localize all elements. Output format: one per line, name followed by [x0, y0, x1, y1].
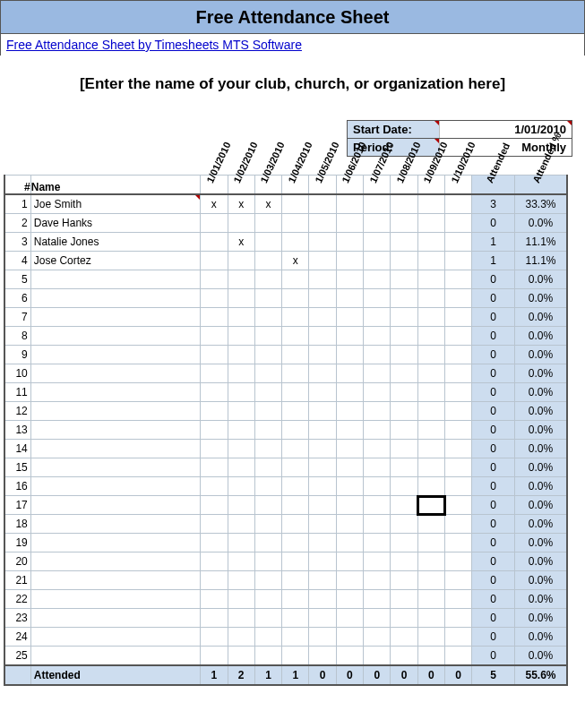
- table-row[interactable]: 1400.0%: [4, 440, 567, 458]
- attendance-cell[interactable]: [201, 252, 228, 270]
- attendance-cell[interactable]: [254, 496, 281, 515]
- attendance-cell[interactable]: [364, 308, 391, 327]
- attendance-cell[interactable]: [445, 402, 472, 421]
- attendance-cell[interactable]: [445, 214, 472, 233]
- attendance-cell[interactable]: [391, 364, 417, 383]
- attendance-cell[interactable]: [391, 458, 417, 477]
- attendance-cell[interactable]: [201, 327, 228, 346]
- attendance-cell[interactable]: [201, 515, 228, 534]
- attendance-cell[interactable]: [228, 477, 254, 496]
- attendance-cell[interactable]: [336, 552, 363, 571]
- attendance-cell[interactable]: [228, 346, 254, 364]
- software-link[interactable]: Free Attendance Sheet by Timesheets MTS …: [6, 38, 302, 52]
- attendance-cell[interactable]: [201, 647, 228, 666]
- attendance-cell[interactable]: [282, 458, 309, 477]
- attendance-table[interactable]: # Name 1/01/2010 1/02/2010 1/03/2010 1/0…: [4, 175, 568, 686]
- attendance-cell[interactable]: [282, 421, 309, 440]
- attendance-cell[interactable]: [228, 571, 254, 590]
- attendance-cell[interactable]: [391, 647, 417, 666]
- attendance-cell[interactable]: [254, 534, 281, 552]
- attendance-cell[interactable]: [201, 534, 228, 552]
- attendance-cell[interactable]: [417, 477, 444, 496]
- attendance-cell[interactable]: [445, 327, 472, 346]
- attendance-cell[interactable]: [201, 440, 228, 458]
- attendance-cell[interactable]: [445, 364, 472, 383]
- org-name-placeholder[interactable]: [Enter the name of your club, church, or…: [0, 75, 585, 93]
- attendance-cell[interactable]: [254, 383, 281, 402]
- attendance-cell[interactable]: [254, 421, 281, 440]
- attendance-cell[interactable]: [391, 308, 417, 327]
- attendance-cell[interactable]: [445, 458, 472, 477]
- attendance-cell[interactable]: [201, 346, 228, 364]
- attendance-cell[interactable]: [336, 308, 363, 327]
- attendance-cell[interactable]: [417, 270, 444, 289]
- attendance-cell[interactable]: [445, 515, 472, 534]
- attendance-cell[interactable]: [309, 270, 336, 289]
- row-name[interactable]: [30, 647, 200, 666]
- table-row[interactable]: 2200.0%: [4, 590, 567, 609]
- attendance-cell[interactable]: [254, 628, 281, 647]
- attendance-cell[interactable]: [228, 647, 254, 666]
- attendance-cell[interactable]: [445, 477, 472, 496]
- attendance-cell[interactable]: [391, 440, 417, 458]
- attendance-cell[interactable]: [391, 402, 417, 421]
- attendance-cell[interactable]: [254, 270, 281, 289]
- attendance-cell[interactable]: [309, 308, 336, 327]
- attendance-cell[interactable]: [201, 270, 228, 289]
- attendance-cell[interactable]: [391, 496, 417, 515]
- attendance-cell[interactable]: [417, 628, 444, 647]
- attendance-cell[interactable]: [201, 289, 228, 308]
- attendance-cell[interactable]: [228, 590, 254, 609]
- attendance-cell[interactable]: [445, 647, 472, 666]
- attendance-cell[interactable]: [309, 628, 336, 647]
- attendance-cell[interactable]: [201, 214, 228, 233]
- table-row[interactable]: 3Natalie Jonesx111.1%: [4, 233, 567, 252]
- attendance-cell[interactable]: [417, 647, 444, 666]
- attendance-cell[interactable]: [228, 440, 254, 458]
- attendance-cell[interactable]: [282, 270, 309, 289]
- attendance-cell[interactable]: [228, 628, 254, 647]
- attendance-cell[interactable]: [282, 496, 309, 515]
- attendance-cell[interactable]: [417, 383, 444, 402]
- attendance-cell[interactable]: [391, 552, 417, 571]
- table-row[interactable]: 2Dave Hanks00.0%: [4, 214, 567, 233]
- attendance-cell[interactable]: [391, 327, 417, 346]
- attendance-cell[interactable]: [254, 364, 281, 383]
- attendance-cell[interactable]: [417, 402, 444, 421]
- attendance-cell[interactable]: [391, 515, 417, 534]
- attendance-cell[interactable]: [336, 402, 363, 421]
- attendance-cell[interactable]: [228, 609, 254, 628]
- row-name[interactable]: [30, 270, 200, 289]
- attendance-cell[interactable]: [336, 647, 363, 666]
- attendance-cell[interactable]: [254, 308, 281, 327]
- attendance-cell[interactable]: [445, 270, 472, 289]
- attendance-cell[interactable]: [445, 346, 472, 364]
- attendance-cell[interactable]: [282, 308, 309, 327]
- attendance-cell[interactable]: [417, 515, 444, 534]
- attendance-cell[interactable]: [309, 458, 336, 477]
- attendance-cell[interactable]: x: [254, 194, 281, 214]
- attendance-cell[interactable]: [201, 402, 228, 421]
- attendance-cell[interactable]: [282, 289, 309, 308]
- attendance-cell[interactable]: [228, 327, 254, 346]
- attendance-cell[interactable]: [336, 590, 363, 609]
- attendance-cell[interactable]: [228, 458, 254, 477]
- attendance-cell[interactable]: [336, 421, 363, 440]
- table-row[interactable]: 2300.0%: [4, 609, 567, 628]
- attendance-cell[interactable]: [445, 590, 472, 609]
- attendance-cell[interactable]: [364, 214, 391, 233]
- attendance-cell[interactable]: [417, 458, 444, 477]
- attendance-cell[interactable]: [309, 647, 336, 666]
- attendance-cell[interactable]: [445, 571, 472, 590]
- attendance-cell[interactable]: [364, 590, 391, 609]
- attendance-cell[interactable]: [391, 233, 417, 252]
- attendance-cell[interactable]: [364, 402, 391, 421]
- row-name[interactable]: [30, 458, 200, 477]
- attendance-cell[interactable]: [254, 252, 281, 270]
- attendance-cell[interactable]: [282, 383, 309, 402]
- attendance-cell[interactable]: [417, 252, 444, 270]
- attendance-cell[interactable]: [254, 402, 281, 421]
- attendance-cell[interactable]: [391, 289, 417, 308]
- attendance-cell[interactable]: [309, 383, 336, 402]
- attendance-cell[interactable]: [417, 214, 444, 233]
